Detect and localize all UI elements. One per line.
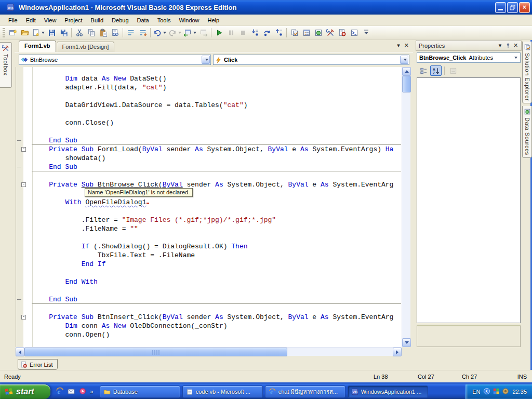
code-line [16, 171, 402, 180]
open-file-button[interactable] [19, 27, 31, 38]
code-editor[interactable]: Dim data As New DataSet() adapter.Fill(d… [16, 67, 402, 347]
fold-collapse-button[interactable]: - [21, 315, 26, 320]
error-list-button[interactable] [336, 27, 348, 38]
properties-window-button[interactable] [300, 27, 312, 38]
solution-explorer-button[interactable] [288, 27, 300, 38]
step-over-button[interactable] [261, 27, 273, 38]
hide-chevron-tray[interactable] [483, 388, 490, 396]
taskbar-button-database[interactable]: Database [100, 385, 180, 398]
menu-item-build[interactable]: Build [87, 16, 108, 25]
fold-collapse-button[interactable]: - [21, 182, 26, 187]
code-line [16, 233, 402, 242]
code-line [16, 286, 402, 295]
paste-button[interactable] [97, 27, 109, 38]
quick-launch-media-player[interactable] [78, 387, 87, 396]
error-list-tab[interactable]: Error List [18, 359, 58, 370]
method-icon [21, 56, 28, 63]
find-button[interactable] [109, 27, 121, 38]
scroll-up-button[interactable] [402, 67, 411, 76]
quick-launch-overflow-chevron[interactable]: » [90, 388, 94, 395]
alphabetical-button[interactable]: AZ [430, 65, 442, 76]
pin-icon[interactable] [504, 42, 512, 49]
toolbar-separator [123, 28, 123, 37]
title-bar: VB WindowsApplication1 - Microsoft Visua… [0, 0, 532, 15]
fold-collapse-button[interactable]: - [21, 147, 26, 152]
properties-close-icon[interactable]: ✕ [512, 42, 520, 49]
scroll-left-button[interactable] [16, 348, 24, 356]
immediate-window-button[interactable] [348, 27, 360, 38]
save-all-button[interactable] [58, 27, 70, 38]
properties-title: Properties [419, 43, 496, 49]
vertical-scrollbar[interactable] [402, 67, 410, 347]
objects-dropdown[interactable]: BtnBrowse [19, 55, 211, 65]
minimize-button[interactable] [495, 2, 506, 13]
menu-item-tools[interactable]: Tools [153, 16, 175, 25]
scroll-down-button[interactable] [402, 338, 411, 347]
vertical-scrollbar-thumb[interactable] [402, 76, 411, 92]
redo-button[interactable] [167, 27, 182, 38]
taskbar-button-chat[interactable]: echat มีปัญหาทางการส... [265, 385, 345, 398]
cut-button[interactable] [73, 27, 85, 38]
copy-button[interactable] [85, 27, 97, 38]
menu-item-debug[interactable]: Debug [108, 16, 132, 25]
uncomment-button[interactable] [137, 27, 149, 38]
navigate-backward-button[interactable] [182, 27, 197, 38]
horizontal-scrollbar[interactable] [16, 347, 402, 356]
categorized-button[interactable] [418, 65, 429, 76]
start-debugging-button[interactable] [213, 27, 225, 38]
taskbar-button-windowsapplication1[interactable]: VBWindowsApplication1 ... [348, 385, 428, 398]
properties-list[interactable] [417, 77, 521, 323]
menu-item-edit[interactable]: Edit [22, 16, 40, 25]
tray-round-tray[interactable] [502, 388, 509, 396]
toolbar-options-button[interactable] [360, 27, 372, 38]
new-project-button[interactable] [7, 27, 19, 38]
data-sources-button[interactable] [312, 27, 324, 38]
tray-alert-tray[interactable] [493, 388, 500, 396]
properties-object-type: Attributes [469, 55, 493, 61]
step-into-button[interactable] [249, 27, 261, 38]
objects-dropdown-arrow[interactable] [202, 56, 210, 64]
taskbar-button-code-vb-microsoft[interactable]: code vb - Microsoft ... [182, 385, 263, 398]
menu-item-window[interactable]: Window [175, 16, 203, 25]
restore-button[interactable] [507, 2, 518, 13]
hide-chevron-icon [483, 388, 490, 395]
undo-button[interactable] [152, 27, 167, 38]
properties-object-dropdown[interactable]: BtnBrowse_Click Attributes [417, 52, 521, 63]
close-button[interactable]: × [519, 2, 530, 13]
properties-menu-chevron-icon[interactable]: ▾ [496, 42, 504, 49]
quick-launch-ie[interactable]: e [56, 387, 64, 396]
start-button[interactable]: start [0, 384, 50, 399]
stop-debugging-button[interactable] [237, 27, 249, 38]
language-indicator: EN [472, 389, 480, 395]
comment-button[interactable] [125, 27, 137, 38]
quick-launch-mail[interactable] [67, 387, 75, 396]
step-out-button[interactable] [273, 27, 285, 38]
toolbox-button[interactable] [324, 27, 336, 38]
tab-form1-vb-design[interactable]: Form1.vb [Design] [57, 42, 115, 52]
add-new-item-button[interactable] [31, 27, 46, 38]
menu-item-view[interactable]: View [40, 16, 61, 25]
tab-form1-vb[interactable]: Form1.vb [19, 41, 56, 52]
toolbar-grip[interactable] [3, 28, 5, 37]
menu-item-file[interactable]: File [4, 16, 22, 25]
menu-item-data[interactable]: Data [133, 16, 153, 25]
save-button[interactable] [46, 27, 58, 38]
document-list-chevron-icon[interactable]: ▾ [397, 43, 400, 48]
code-line: If (.ShowDialog() = DialogResult.OK) The… [16, 242, 402, 251]
svg-text:Z: Z [432, 71, 434, 74]
events-dropdown[interactable]: Click [213, 55, 409, 65]
horizontal-scrollbar-thumb[interactable] [24, 348, 287, 356]
events-dropdown-arrow[interactable] [400, 56, 408, 64]
property-pages-button[interactable] [447, 65, 459, 76]
break-all-button[interactable] [225, 27, 237, 38]
menu-item-help[interactable]: Help [204, 16, 224, 25]
navigate-forward-button[interactable] [197, 27, 209, 38]
document-close-icon[interactable]: ✕ [404, 43, 409, 48]
toolbox-icon [2, 45, 9, 52]
toolbox-tab[interactable]: Toolbox [0, 42, 12, 88]
side-tab-solution-explorer[interactable]: Solution Explorer [522, 42, 532, 103]
side-tab-data-sources[interactable]: Data Sources [522, 106, 532, 158]
properties-dropdown-arrow[interactable] [514, 57, 517, 59]
scroll-right-button[interactable] [393, 348, 402, 356]
menu-item-project[interactable]: Project [60, 16, 86, 25]
